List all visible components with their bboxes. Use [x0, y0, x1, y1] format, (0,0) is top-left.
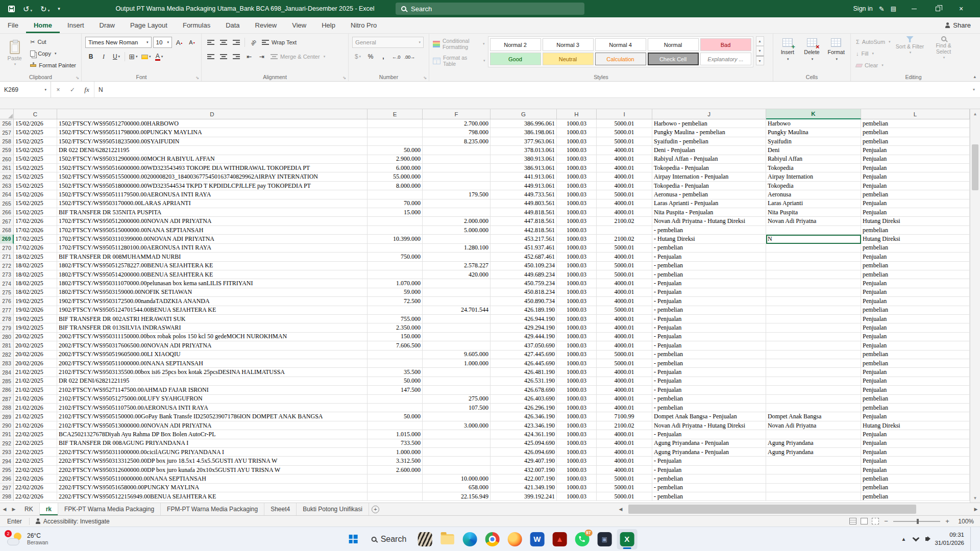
row-header-296[interactable]: 296 — [0, 474, 14, 483]
clear-button[interactable]: Clear▾ — [854, 60, 892, 71]
cell[interactable]: 1000.03 — [557, 430, 597, 439]
cell[interactable]: 3.312.500 — [368, 457, 423, 465]
cell[interactable]: 1502/FTSCY/WS950516000000.00WD323543493 … — [57, 164, 368, 172]
cell[interactable]: 1000.03 — [557, 395, 597, 404]
cell[interactable] — [423, 155, 491, 164]
cell[interactable]: 429.444.190 — [491, 333, 557, 341]
cell[interactable]: 447.818.561 — [491, 217, 557, 226]
row-header-288[interactable]: 288 — [0, 404, 14, 412]
cell[interactable] — [368, 492, 423, 501]
cell[interactable] — [423, 172, 491, 181]
weather-widget[interactable]: 2 26°C Berawan — [0, 532, 55, 546]
cell[interactable]: 1000.03 — [557, 155, 597, 164]
cell[interactable] — [423, 448, 491, 457]
cell[interactable]: 424.361.190 — [491, 430, 557, 439]
cell[interactable]: 733.500 — [368, 439, 423, 448]
row-header-260[interactable]: 260 — [0, 155, 14, 164]
cell[interactable]: 4000.01 — [597, 448, 652, 457]
cell[interactable]: 70.000 — [368, 199, 423, 208]
cell[interactable]: 380.913.061 — [491, 155, 557, 164]
cell[interactable]: 15/02/2025 — [14, 128, 57, 137]
cell-style-normal-2[interactable]: Normal 2 — [490, 38, 541, 51]
cell[interactable]: 20/02/2025 — [14, 333, 57, 341]
cell[interactable]: 4000.01 — [597, 172, 652, 181]
sign-in-button[interactable]: Sign in — [853, 5, 873, 12]
cell[interactable]: 4000.01 — [597, 457, 652, 465]
cell[interactable]: Harbowo - pembelian — [652, 119, 766, 128]
row-header-287[interactable]: 287 — [0, 395, 14, 404]
sheet-tab-fpm-pt-warna-media-packaging[interactable]: FPM-PT Warna Media Packaging — [161, 503, 264, 515]
cell-style-normal[interactable]: Normal — [648, 38, 699, 51]
cell[interactable]: 4000.01 — [597, 253, 652, 261]
cell[interactable]: 1000.03 — [557, 172, 597, 181]
cell[interactable]: 426.445.690 — [491, 359, 557, 368]
cell[interactable] — [766, 474, 861, 483]
cell[interactable] — [423, 297, 491, 306]
cell[interactable]: 1000.03 — [557, 235, 597, 243]
cell[interactable] — [368, 217, 423, 226]
cell[interactable]: 2202/FTSCY/WS9505110000000.00NANA SEPTIA… — [57, 474, 368, 483]
number-format-select[interactable]: General▾ — [352, 37, 424, 48]
cell[interactable]: BIF TRANSFER DR 008MUHAMMAD NURBI — [57, 253, 368, 261]
zebra-photo-app[interactable] — [414, 529, 435, 549]
find-select-button[interactable]: Find & Select▾ — [928, 36, 960, 60]
cell[interactable] — [423, 377, 491, 386]
cell[interactable]: Penjualan — [861, 386, 970, 394]
align-right-button[interactable] — [231, 51, 242, 62]
cell-style-check-cell[interactable]: Check Cell — [648, 53, 699, 65]
row-header-291[interactable]: 291 — [0, 430, 14, 439]
sort-filter-button[interactable]: Sort & Filter▾ — [894, 36, 926, 55]
cell[interactable]: 449.689.234 — [491, 270, 557, 279]
cell[interactable] — [766, 492, 861, 501]
zoom-out-button[interactable]: − — [883, 517, 889, 525]
new-sheet-button[interactable]: + — [369, 503, 382, 515]
cell[interactable]: 15/02/2026 — [14, 119, 57, 128]
cell[interactable]: 15/02/2025 — [14, 137, 57, 146]
ribbon-tab-file[interactable]: File — [0, 17, 26, 33]
save-icon[interactable] — [8, 6, 15, 12]
cell[interactable]: 2100.02 — [597, 421, 652, 430]
cell[interactable]: 1000.03 — [557, 484, 597, 492]
cell[interactable] — [766, 386, 861, 394]
cell[interactable]: 427.445.690 — [491, 350, 557, 359]
cell[interactable]: 1000.03 — [557, 208, 597, 217]
cell[interactable]: 1702/FTSCY/WS950511280100.00AERONUSA INT… — [57, 244, 368, 253]
cell[interactable]: 2102/FTSCY/WS95271147500.00AHMAD FAJAR I… — [57, 386, 368, 394]
column-header-K[interactable]: K — [766, 109, 861, 119]
ribbon-tab-draw[interactable]: Draw — [92, 17, 122, 33]
cell[interactable]: 22.156.949 — [423, 492, 491, 501]
scroll-down-icon[interactable]: ▼ — [970, 493, 980, 503]
align-bottom-button[interactable] — [231, 37, 242, 48]
cell[interactable] — [423, 164, 491, 172]
number-dialog-launcher[interactable]: ⇘ — [423, 76, 427, 80]
cell[interactable]: 4000.01 — [597, 279, 652, 288]
title-search-box[interactable]: Search — [396, 3, 584, 15]
excel-app[interactable]: X — [617, 529, 637, 549]
sheet-tab-rk[interactable]: rk — [40, 503, 58, 515]
cell[interactable]: 5000.01 — [597, 350, 652, 359]
cell[interactable]: Penjualan — [861, 457, 970, 465]
cell[interactable]: Novan Adi Priyatna - Hutang Direksi — [652, 421, 766, 430]
cell[interactable]: 452.687.461 — [491, 253, 557, 261]
percent-style-button[interactable]: % — [365, 51, 376, 62]
cell[interactable]: - pembelian — [652, 226, 766, 235]
cell[interactable]: 449.733.561 — [491, 190, 557, 199]
accounting-format-button[interactable]: $▾ — [352, 51, 363, 62]
undo-button[interactable]: ↺▾ — [23, 5, 32, 13]
cell[interactable]: 426.346.190 — [491, 412, 557, 421]
cell[interactable]: 378.013.061 — [491, 146, 557, 155]
cell[interactable]: 399.192.241 — [491, 492, 557, 501]
cell[interactable]: - Penjualan — [652, 368, 766, 377]
cell[interactable]: 426.531.190 — [491, 377, 557, 386]
cell[interactable]: 1000.03 — [557, 288, 597, 297]
cell[interactable] — [423, 341, 491, 350]
cell[interactable]: BCA25021327678Diyah Ayu Rahma DP Box Bol… — [57, 430, 368, 439]
cell[interactable]: pembelian — [861, 474, 970, 483]
cell[interactable]: 4000.01 — [597, 199, 652, 208]
format-as-table-button[interactable]: Format as Table▾ — [433, 53, 485, 68]
align-left-button[interactable] — [205, 51, 216, 62]
scroll-up-icon[interactable]: ▲ — [970, 109, 980, 118]
sheet-tab-fpk-pt-warna-media-packaging[interactable]: FPK-PT Warna Media Packaging — [58, 503, 161, 515]
cell[interactable]: pembelian — [861, 119, 970, 128]
cell[interactable]: Aeronusa - pembelian — [652, 190, 766, 199]
